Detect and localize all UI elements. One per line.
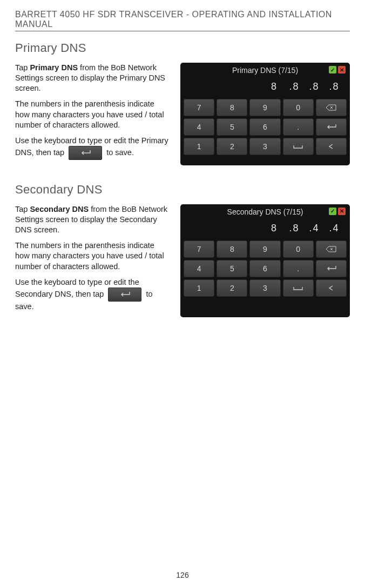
paragraph: Use the keyboard to type or edit the Pri… (15, 136, 171, 160)
ip-display: 8 .8 .4 .4 (184, 219, 347, 240)
device-header: Primary DNS (7/15) ✓ ✕ (184, 66, 347, 78)
primary-dns-block: Tap Primary DNS from the BoB Net­work Se… (15, 63, 350, 165)
key-4[interactable]: 4 (184, 260, 214, 277)
key-left-icon[interactable] (316, 279, 347, 297)
bold-term: Secondary DNS (30, 205, 89, 213)
key-.[interactable]: . (283, 260, 314, 277)
secondary-dns-block: Tap Secondary DNS from the BoB Network S… (15, 204, 350, 317)
key-8[interactable]: 8 (217, 99, 247, 116)
key-8[interactable]: 8 (217, 240, 247, 258)
manual-title: BARRETT 4050 HF SDR TRANSCEIVER - OPERAT… (15, 10, 350, 31)
device-header: Secondary DNS (7/15) ✓ ✕ (184, 208, 347, 219)
paragraph: The numbers in the parenthesis indi­cate… (15, 99, 171, 130)
key-bksp-icon[interactable] (316, 99, 347, 116)
secondary-dns-heading: Secondary DNS (15, 183, 350, 197)
key-.[interactable]: . (283, 118, 314, 136)
primary-dns-screenshot: Primary DNS (7/15) ✓ ✕ 8 .8 .8 .8 789045… (180, 63, 350, 165)
key-3[interactable]: 3 (249, 279, 280, 297)
bold-term: Primary DNS (30, 63, 78, 72)
key-1[interactable]: 1 (184, 138, 214, 155)
key-left-icon[interactable] (316, 138, 347, 155)
key-bksp-icon[interactable] (316, 240, 347, 258)
key-6[interactable]: 6 (249, 118, 280, 136)
paragraph: Tap Secondary DNS from the BoB Network S… (15, 204, 171, 235)
key-5[interactable]: 5 (217, 118, 247, 136)
close-icon[interactable]: ✕ (338, 66, 346, 74)
key-space-icon[interactable] (283, 138, 314, 155)
key-1[interactable]: 1 (184, 279, 214, 297)
key-0[interactable]: 0 (283, 99, 314, 116)
secondary-dns-text: Tap Secondary DNS from the BoB Network S… (15, 204, 171, 317)
key-enter-icon[interactable] (316, 118, 347, 136)
key-4[interactable]: 4 (184, 118, 214, 136)
key-2[interactable]: 2 (217, 279, 247, 297)
primary-dns-text: Tap Primary DNS from the BoB Net­work Se… (15, 63, 171, 165)
header-icons: ✓ ✕ (329, 66, 346, 74)
close-icon[interactable]: ✕ (338, 208, 346, 215)
key-5[interactable]: 5 (217, 260, 247, 277)
header-icons: ✓ ✕ (329, 208, 346, 215)
keypad: 7890456.123 (184, 99, 347, 155)
page-number: 126 (0, 571, 365, 579)
key-9[interactable]: 9 (249, 99, 280, 116)
device-title: Secondary DNS (7/15) (227, 208, 303, 216)
key-2[interactable]: 2 (217, 138, 247, 155)
key-enter-icon[interactable] (316, 260, 347, 277)
primary-dns-heading: Primary DNS (15, 41, 350, 55)
key-space-icon[interactable] (283, 279, 314, 297)
enter-key-icon (108, 288, 141, 302)
key-3[interactable]: 3 (249, 138, 280, 155)
paragraph: Use the keyboard to type or edit the Sec… (15, 277, 171, 312)
device-title: Primary DNS (7/15) (232, 66, 298, 75)
confirm-icon[interactable]: ✓ (329, 66, 336, 74)
secondary-dns-screenshot: Secondary DNS (7/15) ✓ ✕ 8 .8 .4 .4 7890… (180, 204, 350, 317)
enter-key-icon (69, 146, 102, 160)
keypad: 7890456.123 (184, 240, 347, 297)
key-6[interactable]: 6 (249, 260, 280, 277)
confirm-icon[interactable]: ✓ (329, 208, 336, 215)
key-7[interactable]: 7 (184, 99, 214, 116)
paragraph: Tap Primary DNS from the BoB Net­work Se… (15, 63, 171, 93)
key-7[interactable]: 7 (184, 240, 214, 258)
paragraph: The numbers in the parenthesis indi­cate… (15, 240, 171, 271)
key-9[interactable]: 9 (249, 240, 280, 258)
key-0[interactable]: 0 (283, 240, 314, 258)
ip-display: 8 .8 .8 .8 (184, 78, 347, 99)
